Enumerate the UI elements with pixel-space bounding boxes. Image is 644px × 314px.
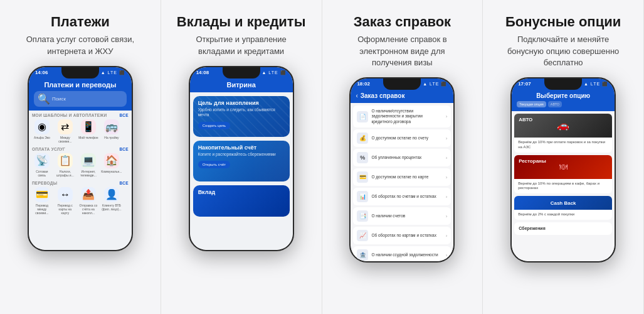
deposit-card-deposit-title: Вклад (198, 189, 285, 195)
open-account-button[interactable]: Открыть счёт (198, 161, 230, 168)
phone-screen-bonuses: 17:07 ▲ LTE ⬛ Выберите опцию Текущая опц… (512, 78, 615, 261)
icon-myphone: 📱 Мой телефон (78, 119, 98, 143)
order-item-1[interactable]: 💰 О доступном остатке по счету › (353, 129, 451, 147)
deposit-card-savings-title: Накопительный счёт (198, 144, 285, 151)
bonus-card-savings[interactable]: Сбережения (514, 222, 612, 235)
deposit-card-savings-content: Накопительный счёт Копите и распоряжайте… (193, 141, 290, 172)
icon-troika-label: На тройку (104, 136, 119, 139)
icon-transfer-label: Между своими... (55, 136, 75, 143)
phone-frame-orders: 18:02 ▲ LTE ⬛ ‹ Заказ справок 📄 О наличи… (349, 77, 455, 263)
panel-subtitle-deposits: Открытие и управление вкладами и кредита… (185, 34, 298, 57)
panel-title-orders: Заказ справок (354, 14, 451, 30)
phone-wrapper-orders: 18:02 ▲ LTE ⬛ ‹ Заказ справок 📄 О наличи… (330, 77, 475, 308)
order-arrow-7: › (446, 252, 448, 258)
deposit-card-savings-sub: Копите и распоряжайтесь сбережениями (198, 152, 285, 157)
icon-self-transfer-label: Перевод между своими... (32, 203, 52, 215)
app-header-payments: Платежи и переводы 🔍 Поиск (29, 78, 132, 111)
all-link-transfers[interactable]: Все (119, 181, 128, 185)
status-time-4: 17:07 (518, 81, 531, 87)
panel-subtitle-payments: Оплата услуг сотовой связи, интернета и … (24, 34, 137, 57)
icon-savings-transfer: 📤 Отправка со счёта на накопл... (78, 187, 98, 215)
icon-internet-sym: 💻 (82, 154, 95, 166)
status-icons-2: ▲ LTE ⬛ (261, 70, 286, 75)
order-arrow-0: › (446, 114, 448, 119)
order-item-7[interactable]: 🏦 О наличии ссудной задолженности › (353, 246, 451, 261)
templates-icons-row: ◉ Альфа Эко ⇄ Между своими... 📱 Мой теле… (32, 119, 129, 143)
create-goal-button[interactable]: Создать цель (198, 122, 231, 129)
bonus-card-restaurants[interactable]: 🍽 Рестораны Вернём до 10% по операциям в… (514, 155, 612, 194)
order-icon-5: 📑 (357, 210, 368, 222)
panel-deposits: Вклады и кредиты Открытие и управление в… (161, 0, 322, 314)
bonus-header-title: Выберите опцию (517, 92, 610, 99)
bonus-card-cashback[interactable]: Cash Back Вернём до 2% с каждой покупки (514, 196, 612, 220)
order-icon-1: 💰 (357, 133, 368, 144)
order-arrow-2: › (446, 155, 448, 161)
phone-wrapper-deposits: 14:08 ▲ LTE ⬛ Витрина Цель для накоплени… (169, 66, 314, 308)
bonus-tab-current[interactable]: Текущая опция (517, 101, 546, 107)
icon-savings-transfer-sym: 📤 (82, 188, 95, 200)
icon-vtb-transfer-sym: 👤 (105, 188, 118, 200)
screen-content-bonuses: 🚗 АВТО Вернём до 10% при оплате парковок… (512, 111, 615, 261)
status-icons-3: ▲ LTE ⬛ (423, 82, 447, 87)
restaurant-icon: 🍽 (559, 162, 567, 171)
icon-myphone-label: Мой телефон (78, 136, 98, 139)
order-item-3[interactable]: 💳 О доступном остатке по карте › (353, 168, 451, 186)
icon-card-transfer-label: Перевод с карты на карту (55, 203, 75, 215)
order-item-5[interactable]: 📑 О наличии счетов › (353, 207, 451, 225)
bonus-card-auto-img: 🚗 АВТО (514, 114, 612, 138)
icon-internet-label: Интернет, телевиде... (78, 170, 98, 177)
all-link-services[interactable]: Все (119, 147, 128, 151)
order-text-6: Об оборотах по картам и остатках (371, 233, 442, 238)
car-icon: 🚗 (557, 119, 569, 131)
order-text-1: О доступном остатке по счету (371, 136, 442, 141)
order-icon-7: 🏦 (357, 249, 368, 261)
bonus-card-auto[interactable]: 🚗 АВТО Вернём до 10% при оплате парковок… (514, 114, 612, 153)
order-item-4[interactable]: 📊 Об оборотах по счетам и остатках › (353, 188, 451, 205)
panel-subtitle-bonuses: Подключайте и меняйте бонусную опцию сов… (507, 34, 620, 68)
icon-troika-sym: 🚌 (105, 121, 118, 133)
order-text-3: О доступном остатке по карте (371, 175, 442, 180)
order-text-7: О наличии ссудной задолженности (371, 252, 442, 257)
all-link-templates[interactable]: Все (119, 113, 128, 117)
bonus-cat-cashback: Cash Back (551, 200, 576, 206)
bonus-card-restaurants-img: 🍽 Рестораны (514, 155, 612, 179)
status-time-1: 14:06 (35, 70, 48, 75)
back-arrow-icon[interactable]: ‹ (356, 92, 357, 99)
phone-frame-deposits: 14:08 ▲ LTE ⬛ Витрина Цель для накоплени… (189, 66, 294, 251)
section-label-transfers: ПЕРЕВОДЫ Все (32, 181, 129, 185)
deposit-card-goal-content: Цель для накопления Удобно копить и след… (193, 96, 290, 133)
phone-screen-orders: 18:02 ▲ LTE ⬛ ‹ Заказ справок 📄 О наличи… (351, 78, 453, 261)
phone-frame-payments: 14:06 ▲ LTE ⬛ Платежи и переводы 🔍 Поиск… (28, 66, 133, 251)
icon-self-transfer-sym: 💳 (36, 188, 48, 200)
app-header-deposits: Витрина (190, 78, 293, 92)
order-item-6[interactable]: 📈 Об оборотах по картам и остатках › (353, 227, 451, 244)
icon-alfa-label: Альфа Эко (34, 136, 50, 139)
phone-wrapper-payments: 14:06 ▲ LTE ⬛ Платежи и переводы 🔍 Поиск… (8, 66, 153, 308)
panel-bonuses: Бонусные опции Подключайте и меняйте бон… (483, 0, 644, 314)
order-item-2[interactable]: % Об уплаченных процентах › (353, 149, 451, 166)
bonus-header: Выберите опцию Текущая опция АВТО (512, 90, 615, 111)
bonus-tab-auto[interactable]: АВТО (548, 101, 562, 107)
bonus-card-cashback-img: Cash Back (514, 196, 612, 210)
order-icon-4: 📊 (357, 191, 368, 202)
icon-vtb-transfer-label: Клиенту ВТБ (фил. лицо)... (102, 203, 122, 211)
icon-transfer: ⇄ Между своими... (55, 119, 75, 143)
order-item-0[interactable]: 📄 О наличии/отсутствии задолженности и з… (353, 106, 451, 127)
icon-taxes-label: Налоги, штрафы и... (55, 170, 75, 177)
screen-content-deposits: Цель для накопления Удобно копить и след… (190, 92, 293, 250)
phone-notch-2 (223, 67, 260, 78)
bonus-cat-restaurants: Рестораны (519, 158, 546, 164)
order-arrow-3: › (446, 175, 448, 180)
icon-mobile-sym: 📡 (36, 154, 48, 166)
bonus-cat-auto: АВТО (519, 117, 532, 122)
icon-mobile: 📡 Сотовая связь (32, 153, 52, 177)
screen-content-payments: МОИ ШАБЛОНЫ И АВТОПЛАТЕЖИ Все ◉ Альфа Эк… (29, 111, 132, 250)
phone-notch-4 (544, 78, 582, 90)
bonus-card-cashback-body: Вернём до 2% с каждой покупки (514, 210, 612, 220)
order-icon-2: % (357, 152, 368, 163)
icon-vtb-transfer: 👤 Клиенту ВТБ (фил. лицо)... (102, 187, 122, 215)
panel-subtitle-orders: Оформление справок в электронном виде дл… (346, 34, 458, 68)
search-bar-payments[interactable]: 🔍 Поиск (34, 91, 127, 107)
phone-notch-1 (61, 67, 99, 78)
deposit-card-savings: Накопительный счёт Копите и распоряжайте… (193, 141, 290, 181)
